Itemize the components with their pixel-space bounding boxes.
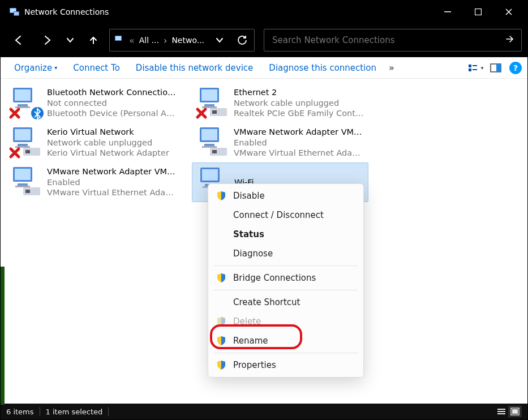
title-bar: Network Connections: [1, 1, 527, 23]
ctx-create-shortcut[interactable]: Create Shortcut: [208, 293, 363, 312]
connection-device: Kerio Virtual Network Adapter: [47, 148, 169, 158]
status-divider: [108, 407, 109, 416]
network-adapter-icon: [10, 85, 42, 118]
help-button[interactable]: ?: [509, 62, 522, 74]
ctx-rename[interactable]: Rename: [208, 331, 363, 350]
breadcrumb-network[interactable]: Netwo...: [171, 36, 204, 45]
connection-device: Bluetooth Device (Personal Area ...: [47, 108, 177, 119]
caret-icon: ▾: [481, 65, 484, 71]
connection-item[interactable]: Bluetooth Network Connection 3 Not conne…: [5, 83, 182, 123]
maximize-button[interactable]: [463, 1, 493, 23]
svg-rect-49: [497, 411, 505, 412]
svg-rect-26: [15, 169, 31, 180]
preview-pane-button[interactable]: [486, 59, 506, 76]
ctx-bridge[interactable]: Bridge Connections: [208, 268, 363, 288]
breadcrumb-all[interactable]: All ...: [139, 36, 159, 45]
ctx-rename-label: Rename: [233, 336, 268, 346]
ctx-properties-label: Properties: [233, 360, 276, 370]
status-selected-count: 1 item selected: [46, 408, 103, 416]
network-adapter-icon: [196, 85, 229, 118]
menu-separator: [214, 265, 358, 266]
context-menu: Disable Connect / Disconnect Status Diag…: [208, 183, 364, 378]
status-divider: [40, 407, 40, 416]
details-view-button[interactable]: [495, 406, 508, 417]
svg-rect-38: [201, 129, 217, 140]
shield-icon: [216, 191, 226, 201]
connection-item[interactable]: Kerio Virtual Network Network cable unpl…: [5, 123, 182, 162]
menu-separator: [214, 353, 358, 353]
svg-rect-21: [18, 144, 28, 146]
search-box[interactable]: [264, 29, 522, 52]
svg-rect-44: [202, 169, 218, 181]
ctx-status-label: Status: [233, 229, 264, 239]
up-button[interactable]: [81, 29, 106, 51]
connection-status: Not connected: [47, 98, 177, 109]
minimize-button[interactable]: [432, 1, 463, 23]
connection-name: Bluetooth Network Connection 3: [47, 87, 177, 98]
connection-device: VMware Virtual Ethernet Adapter ...: [47, 187, 177, 198]
ctx-diagnose[interactable]: Diagnose: [208, 244, 363, 263]
svg-rect-7: [115, 36, 121, 40]
svg-rect-15: [15, 89, 31, 101]
ctx-bridge-label: Bridge Connections: [233, 273, 316, 283]
connection-item[interactable]: VMware Network Adapter VMnet1 Enabled VM…: [192, 123, 368, 162]
address-dropdown-button[interactable]: [212, 37, 227, 44]
connection-status: Network cable unplugged: [47, 138, 169, 148]
disable-device-button[interactable]: Disable this network device: [128, 61, 261, 75]
svg-rect-20: [15, 129, 31, 140]
svg-rect-40: [202, 146, 217, 148]
history-dropdown-button[interactable]: [63, 29, 78, 51]
svg-rect-27: [18, 183, 28, 186]
shield-icon: [216, 273, 226, 283]
connection-item[interactable]: Ethernet 2 Network cable unplugged Realt…: [192, 83, 368, 123]
search-icon[interactable]: [505, 35, 514, 46]
command-bar: Organize▾ Connect To Disable this networ…: [1, 57, 527, 79]
ctx-properties[interactable]: Properties: [208, 355, 363, 375]
svg-rect-48: [497, 409, 505, 410]
connection-item[interactable]: VMware Network Adapter VMnet8 Enabled VM…: [5, 162, 182, 202]
svg-rect-39: [204, 144, 214, 146]
refresh-button[interactable]: [235, 35, 250, 45]
ctx-disable-label: Disable: [233, 191, 265, 201]
bluetooth-badge-icon: [31, 107, 44, 119]
error-badge-icon: [195, 107, 208, 119]
svg-rect-11: [473, 69, 477, 70]
connection-name: VMware Network Adapter VMnet1: [234, 127, 364, 138]
chevron-right-icon: ›: [164, 35, 167, 46]
organize-button[interactable]: Organize▾: [6, 61, 65, 75]
svg-rect-3: [14, 12, 19, 15]
forward-button[interactable]: [35, 29, 59, 51]
search-input[interactable]: [271, 35, 505, 46]
caret-icon: ▾: [54, 65, 57, 71]
svg-rect-16: [18, 104, 28, 106]
ctx-connect-disconnect[interactable]: Connect / Disconnect: [208, 205, 363, 225]
connection-device: Realtek PCIe GbE Family Controlle...: [234, 108, 364, 119]
svg-rect-5: [475, 9, 482, 15]
window-root: Network Connections « All ... › Netwo...…: [0, 0, 528, 420]
svg-rect-4: [444, 11, 451, 12]
svg-rect-28: [15, 186, 30, 187]
svg-rect-36: [212, 110, 217, 114]
svg-rect-42: [212, 150, 217, 153]
network-adapter-icon: [196, 125, 229, 158]
network-app-icon: [8, 6, 20, 18]
ctx-status[interactable]: Status: [208, 225, 363, 244]
diagnose-connection-button[interactable]: Diagnose this connection: [261, 61, 384, 75]
ctx-disable[interactable]: Disable: [208, 186, 363, 205]
svg-rect-50: [497, 413, 505, 414]
connection-name: Ethernet 2: [234, 87, 364, 98]
view-options-button[interactable]: ▾: [465, 59, 486, 76]
back-button[interactable]: [6, 29, 31, 51]
connection-status: Enabled: [234, 138, 364, 148]
shield-icon: [216, 336, 226, 346]
connection-name: Kerio Virtual Network: [47, 127, 169, 138]
close-button[interactable]: [493, 1, 524, 23]
overflow-button[interactable]: »: [384, 60, 399, 75]
status-bar: 6 items 1 item selected: [1, 404, 527, 419]
shield-icon: [216, 316, 226, 327]
address-bar[interactable]: « All ... › Netwo...: [109, 29, 255, 52]
ctx-diagnose-label: Diagnose: [233, 248, 273, 259]
large-icons-view-button[interactable]: [508, 406, 522, 417]
breadcrumb-sep-icon: «: [129, 35, 135, 46]
connect-to-button[interactable]: Connect To: [65, 61, 128, 75]
